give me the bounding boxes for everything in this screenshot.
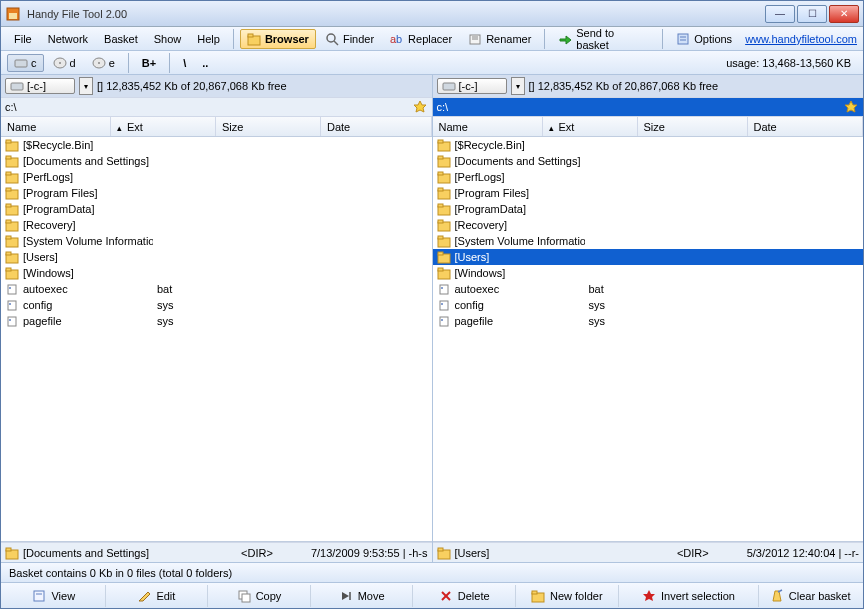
col-name[interactable]: Name bbox=[433, 117, 543, 136]
svg-text:b: b bbox=[396, 33, 402, 45]
list-item[interactable]: [System Volume Information] bbox=[1, 233, 432, 249]
list-item[interactable]: [PerfLogs] bbox=[1, 169, 432, 185]
list-item[interactable]: [Documents and Settings] bbox=[433, 153, 864, 169]
list-item[interactable]: [Users] bbox=[433, 249, 864, 265]
left-star-icon[interactable] bbox=[412, 99, 428, 115]
up-button[interactable]: .. bbox=[195, 54, 215, 72]
list-item[interactable]: [$Recycle.Bin] bbox=[433, 137, 864, 153]
right-pathbar[interactable]: c:\ bbox=[433, 97, 864, 117]
svg-rect-29 bbox=[6, 204, 11, 207]
maximize-button[interactable]: ☐ bbox=[797, 5, 827, 23]
send-to-basket-button[interactable]: Send to basket bbox=[551, 24, 656, 54]
right-star-icon[interactable] bbox=[843, 99, 859, 115]
renamer-button[interactable]: Renamer bbox=[461, 29, 538, 49]
list-item[interactable]: [Users] bbox=[1, 249, 432, 265]
close-button[interactable]: ✕ bbox=[829, 5, 859, 23]
svg-rect-73 bbox=[34, 591, 44, 601]
list-item[interactable]: autoexecbat bbox=[1, 281, 432, 297]
col-name[interactable]: Name bbox=[1, 117, 111, 136]
list-item[interactable]: [Recovery] bbox=[433, 217, 864, 233]
svg-rect-50 bbox=[438, 156, 443, 159]
left-drive-select[interactable]: [-c-] bbox=[5, 78, 75, 94]
list-item[interactable]: [Windows] bbox=[1, 265, 432, 281]
folder-icon bbox=[5, 546, 19, 560]
right-filelist[interactable]: [$Recycle.Bin][Documents and Settings][P… bbox=[433, 137, 864, 542]
menu-basket[interactable]: Basket bbox=[97, 30, 145, 48]
drive-e[interactable]: e bbox=[85, 54, 122, 72]
left-pane: [-c-] ▾ [] 12,835,452 Kb of 20,867,068 K… bbox=[1, 75, 433, 562]
list-item[interactable]: [Program Files] bbox=[433, 185, 864, 201]
list-item[interactable]: [ProgramData] bbox=[1, 201, 432, 217]
invert-selection-button[interactable]: Invert selection bbox=[618, 585, 759, 607]
col-date[interactable]: Date bbox=[321, 117, 432, 136]
svg-rect-25 bbox=[6, 172, 11, 175]
finder-button[interactable]: Finder bbox=[318, 29, 381, 49]
svg-rect-52 bbox=[438, 172, 443, 175]
clear-basket-button[interactable]: Clear basket bbox=[758, 585, 861, 607]
col-ext[interactable]: Ext bbox=[543, 117, 638, 136]
svg-rect-37 bbox=[6, 268, 11, 271]
add-drive-button[interactable]: B+ bbox=[135, 54, 163, 72]
left-filelist[interactable]: [$Recycle.Bin][Documents and Settings][P… bbox=[1, 137, 432, 542]
svg-rect-42 bbox=[8, 317, 16, 326]
new-folder-button[interactable]: New folder bbox=[515, 585, 618, 607]
left-pathbar[interactable]: c:\ bbox=[1, 97, 432, 117]
right-pane: [-c-] ▾ [] 12,835,452 Kb of 20,867,068 K… bbox=[433, 75, 864, 562]
list-item[interactable]: configsys bbox=[433, 297, 864, 313]
svg-point-18 bbox=[98, 62, 100, 64]
list-item[interactable]: [Program Files] bbox=[1, 185, 432, 201]
basket-status: Basket contains 0 Kb in 0 files (total 0… bbox=[1, 562, 863, 582]
svg-rect-72 bbox=[438, 548, 443, 551]
drivebar: c d e B+ \ .. usage: 13,468-13,560 KB bbox=[1, 51, 863, 75]
replacer-button[interactable]: abReplacer bbox=[383, 29, 459, 49]
drive-d[interactable]: d bbox=[46, 54, 83, 72]
list-item[interactable]: [Windows] bbox=[433, 265, 864, 281]
list-item[interactable]: pagefilesys bbox=[1, 313, 432, 329]
minimize-button[interactable]: — bbox=[765, 5, 795, 23]
website-link[interactable]: www.handyfiletool.com bbox=[745, 33, 857, 45]
titlebar: Handy File Tool 2.00 — ☐ ✕ bbox=[1, 1, 863, 27]
svg-rect-58 bbox=[438, 220, 443, 223]
menu-file[interactable]: File bbox=[7, 30, 39, 48]
list-item[interactable]: configsys bbox=[1, 297, 432, 313]
col-date[interactable]: Date bbox=[748, 117, 864, 136]
move-button[interactable]: Move bbox=[310, 585, 413, 607]
col-size[interactable]: Size bbox=[638, 117, 748, 136]
list-item[interactable]: [Documents and Settings] bbox=[1, 153, 432, 169]
menu-show[interactable]: Show bbox=[147, 30, 189, 48]
list-item[interactable]: [PerfLogs] bbox=[433, 169, 864, 185]
left-status: [Documents and Settings]<DIR>7/13/2009 9… bbox=[1, 542, 432, 562]
drive-c[interactable]: c bbox=[7, 54, 44, 72]
view-button[interactable]: View bbox=[3, 585, 105, 607]
list-item[interactable]: pagefilesys bbox=[433, 313, 864, 329]
col-ext[interactable]: Ext bbox=[111, 117, 216, 136]
right-drive-dropdown[interactable]: ▾ bbox=[511, 77, 525, 95]
svg-rect-64 bbox=[438, 268, 443, 271]
list-item[interactable]: [ProgramData] bbox=[433, 201, 864, 217]
list-item[interactable]: autoexecbat bbox=[433, 281, 864, 297]
options-button[interactable]: Options bbox=[669, 29, 739, 49]
svg-point-41 bbox=[9, 303, 11, 305]
right-status: [Users]<DIR>5/3/2012 12:40:04 | --r- bbox=[433, 542, 864, 562]
col-size[interactable]: Size bbox=[216, 117, 321, 136]
copy-button[interactable]: Copy bbox=[207, 585, 310, 607]
list-item[interactable]: [System Volume Information] bbox=[433, 233, 864, 249]
window-title: Handy File Tool 2.00 bbox=[27, 8, 765, 20]
menubar: File Network Basket Show Help Browser Fi… bbox=[1, 27, 863, 51]
browser-button[interactable]: Browser bbox=[240, 29, 316, 49]
menu-help[interactable]: Help bbox=[190, 30, 227, 48]
left-drive-dropdown[interactable]: ▾ bbox=[79, 77, 93, 95]
svg-line-5 bbox=[334, 41, 338, 45]
svg-rect-56 bbox=[438, 204, 443, 207]
right-drive-select[interactable]: [-c-] bbox=[437, 78, 507, 94]
edit-button[interactable]: Edit bbox=[105, 585, 208, 607]
root-button[interactable]: \ bbox=[176, 54, 193, 72]
menu-network[interactable]: Network bbox=[41, 30, 95, 48]
svg-rect-23 bbox=[6, 156, 11, 159]
svg-rect-27 bbox=[6, 188, 11, 191]
list-item[interactable]: [$Recycle.Bin] bbox=[1, 137, 432, 153]
list-item[interactable]: [Recovery] bbox=[1, 217, 432, 233]
svg-point-4 bbox=[327, 34, 335, 42]
app-icon bbox=[5, 6, 21, 22]
delete-button[interactable]: Delete bbox=[412, 585, 515, 607]
